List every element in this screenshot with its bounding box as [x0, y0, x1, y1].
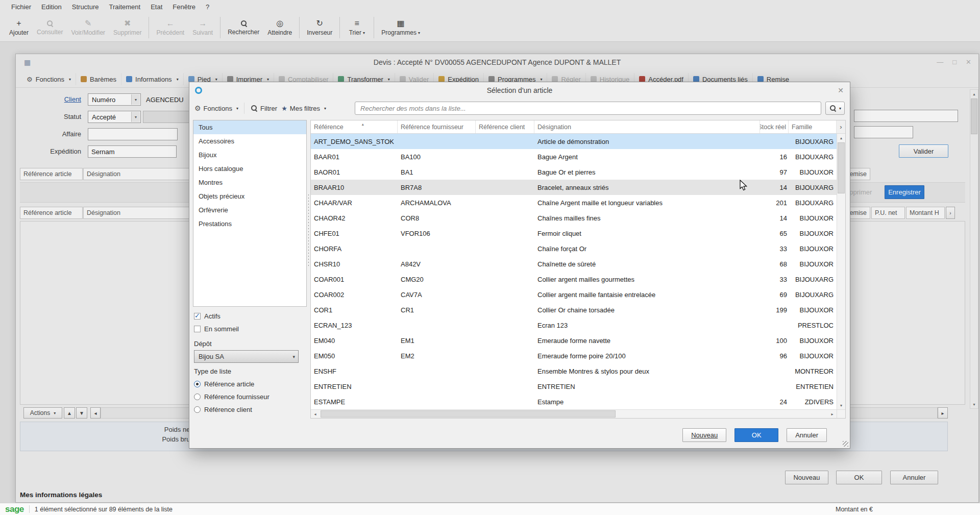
column-header-reference-client[interactable]: Référence client [476, 120, 534, 133]
valider-button[interactable]: Valider [899, 144, 948, 158]
toolbar-button-trier[interactable]: ≡Trier▾ [343, 15, 371, 40]
column-header-famille[interactable]: Famille [789, 120, 837, 133]
category-item-bijoux[interactable]: Bijoux [193, 148, 306, 162]
table-row-chaor42[interactable]: CHAOR42COR8Chaînes mailles fines14BIJOUX… [311, 210, 837, 226]
toolbar-button-rechercher[interactable]: Rechercher [224, 15, 263, 40]
scroll-down-icon[interactable]: ▾ [970, 400, 978, 408]
table-row-enshf[interactable]: ENSHFEnsemble Montres & stylos pour deux… [311, 363, 837, 379]
maximize-icon[interactable]: □ [952, 54, 957, 70]
column-header-stock-reel[interactable]: Stock réel [760, 120, 789, 133]
table-row-em050[interactable]: EM050EM2Emeraude forme poire 20/10096BIJ… [311, 348, 837, 363]
table-row-braar10[interactable]: BRAAR10BR7A8Bracelet, anneaux striés14BI… [311, 180, 837, 195]
grid2-header-reference-article[interactable]: Référence article [20, 207, 83, 219]
close-icon[interactable]: ✕ [838, 82, 844, 99]
en-sommeil-checkbox[interactable]: En sommeil [194, 323, 305, 335]
table-row-chorfa[interactable]: CHORFAChaîne forçat Or33BIJOUXOR [311, 241, 837, 256]
table-row-art-demo-sans-stok[interactable]: ART_DEMO_SANS_STOKArticle de démonstrati… [311, 134, 837, 149]
table-row-chsr10[interactable]: CHSR10A842VChaînette de sûreté68BIJOUXOR [311, 256, 837, 272]
grid-horizontal-scrollbar[interactable]: ◂ ▸ [311, 409, 845, 418]
resize-grip[interactable] [843, 441, 848, 447]
grid-vertical-scrollbar[interactable]: ▴ ▾ [837, 134, 845, 409]
mes-filtres-button[interactable]: ★ Mes filtres ▾ [281, 105, 326, 112]
search-button[interactable]: ▾ [825, 102, 845, 115]
menu-item-help[interactable]: ? [201, 3, 214, 11]
dialog-titlebar[interactable]: Sélection d'un article ✕ [189, 82, 850, 99]
column-header-designation[interactable]: Désignation [534, 120, 760, 133]
ribbon-button-fonctions[interactable]: ⚙Fonctions▾ [22, 73, 76, 85]
column-header-reference[interactable]: Référence▴ [311, 120, 398, 133]
window-annuler-button[interactable]: Annuler [890, 471, 938, 484]
table-row-cor1[interactable]: COR1CR1Collier Or chaine torsadée199BIJO… [311, 302, 837, 317]
window-vertical-scrollbar[interactable]: ▴ ▾ [970, 89, 978, 409]
actifs-checkbox[interactable]: Actifs [194, 310, 305, 323]
table-row-em040[interactable]: EM040EM1Emeraude forme navette100BIJOUXO… [311, 333, 837, 348]
close-icon[interactable]: ✕ [966, 54, 971, 70]
statut-dropdown[interactable]: Accepté ▾ [88, 111, 141, 123]
category-item-hors-catalogue[interactable]: Hors catalogue [193, 162, 306, 176]
menu-item-structure[interactable]: Structure [67, 3, 104, 11]
table-row-estampe[interactable]: ESTAMPEEstampe24ZDIVERS [311, 394, 837, 409]
affaire-input[interactable] [88, 128, 178, 140]
grid2-header-montant-ht[interactable]: Montant H [906, 207, 945, 219]
filtrer-button[interactable]: Filtrer [250, 104, 277, 112]
scrollbar-thumb[interactable] [971, 99, 977, 134]
hscroll-left-button[interactable]: ◂ [90, 407, 101, 419]
radio-option-reference-client[interactable]: Référence client [194, 403, 305, 416]
column-header-reference-fournisseur[interactable]: Référence fournisseur [398, 120, 476, 133]
client-mode-dropdown[interactable]: Numéro ▾ [88, 93, 141, 106]
ok-button[interactable]: OK [734, 428, 778, 442]
search-input[interactable] [355, 102, 821, 115]
scrollbar-thumb[interactable] [321, 410, 616, 418]
toolbar-button-programmes[interactable]: ▦Programmes▾ [377, 15, 424, 40]
table-row-ecran-123[interactable]: ECRAN_123Ecran 123PRESTLOC [311, 317, 837, 333]
category-item-montres[interactable]: Montres [193, 176, 306, 189]
category-item-orfevrerie[interactable]: Orfèvrerie [193, 203, 306, 217]
menu-item-edition[interactable]: Edition [36, 3, 67, 11]
ribbon-button-baremes[interactable]: Barèmes [76, 73, 121, 85]
window-nouveau-button[interactable]: Nouveau [785, 471, 828, 484]
window-titlebar[interactable]: ▦ Devis : Accepté N° DV00055 AGENCEDUPON… [16, 54, 978, 70]
category-item-prestations[interactable]: Prestations [193, 217, 306, 231]
category-item-tous[interactable]: Tous [193, 120, 306, 134]
scroll-up-icon[interactable]: ▴ [837, 134, 845, 142]
toolbar-button-inverseur[interactable]: ↻Inverseur [303, 15, 336, 40]
menu-item-traitement[interactable]: Traitement [104, 3, 146, 11]
fonctions-menu-button[interactable]: ⚙ Fonctions ▾ [194, 104, 238, 112]
move-up-button[interactable]: ▲ [64, 407, 75, 419]
grid2-columns-scroll-right-button[interactable]: › [946, 207, 955, 219]
menu-item-fenetre[interactable]: Fenêtre [167, 3, 201, 11]
table-row-baar01[interactable]: BAAR01BA100Bague Argent16BIJOUXARG [311, 149, 837, 164]
table-row-baor01[interactable]: BAOR01BA1Bague Or et pierres97BIJOUXOR [311, 164, 837, 180]
nouveau-button[interactable]: Nouveau [682, 428, 726, 442]
hscroll-track[interactable] [320, 410, 828, 418]
menu-item-etat[interactable]: Etat [145, 3, 167, 11]
right-field-2[interactable] [854, 126, 913, 138]
table-row-chaar-var[interactable]: CHAAR/VARARCHAMALOVAChaîne Argent maille… [311, 195, 837, 210]
radio-option-reference-fournisseur[interactable]: Référence fournisseur [194, 390, 305, 403]
column-chooser-button[interactable]: › [837, 120, 845, 133]
expedition-input[interactable] [88, 145, 177, 158]
category-item-accessoires[interactable]: Accessoires [193, 134, 306, 148]
annuler-button[interactable]: Annuler [787, 428, 827, 442]
toolbar-button-atteindre[interactable]: ◎Atteindre [263, 15, 296, 40]
panel-splitter[interactable] [307, 118, 310, 422]
window-ok-button[interactable]: OK [836, 471, 882, 484]
radio-option-reference-article[interactable]: Référence article [194, 378, 305, 390]
menu-item-fichier[interactable]: Fichier [6, 3, 36, 11]
right-field-1[interactable] [854, 110, 958, 122]
move-down-button[interactable]: ▼ [76, 407, 87, 419]
hscroll-right-button[interactable]: ▸ [938, 407, 948, 419]
scrollbar-thumb[interactable] [838, 142, 845, 193]
scroll-right-icon[interactable]: ▸ [828, 410, 837, 418]
category-item-objets-precieux[interactable]: Objets précieux [193, 189, 306, 203]
scroll-left-icon[interactable]: ◂ [311, 410, 320, 418]
ribbon-button-informations[interactable]: Informations▾ [121, 73, 184, 85]
minimize-icon[interactable]: — [937, 54, 943, 70]
table-row-chfe01[interactable]: CHFE01VFOR106Fermoir cliquet65BIJOUXOR [311, 226, 837, 241]
depot-dropdown[interactable]: Bijou SA ▾ [194, 350, 299, 363]
table-row-coar001[interactable]: COAR001CMG20Collier argent mailles gourm… [311, 272, 837, 287]
scroll-up-icon[interactable]: ▴ [970, 90, 978, 98]
actions-button[interactable]: Actions ▾ [23, 407, 62, 419]
grid1-header-reference-article[interactable]: Référence article [20, 168, 83, 180]
scroll-down-icon[interactable]: ▾ [837, 401, 845, 409]
